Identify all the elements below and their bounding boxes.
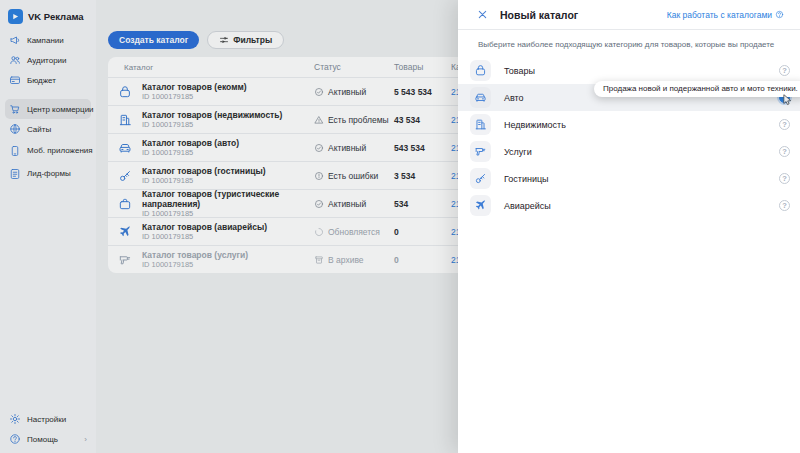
question-circle-icon[interactable]: ? <box>779 200 790 211</box>
building-icon <box>470 114 491 135</box>
modal-dim-overlay <box>0 0 458 453</box>
mouse-cursor-icon <box>783 92 793 110</box>
category-services[interactable]: Услуги ? <box>458 138 800 165</box>
key-icon <box>470 168 491 189</box>
category-label: Гостиницы <box>504 174 549 184</box>
category-flights[interactable]: Авиарейсы ? <box>458 192 800 219</box>
help-link-label: Как работать с каталогами <box>667 10 772 20</box>
drill-icon <box>470 141 491 162</box>
question-circle-icon[interactable]: ? <box>779 119 790 130</box>
category-label: Авиарейсы <box>504 201 551 211</box>
plane-icon <box>470 195 491 216</box>
question-circle-icon[interactable]: ? <box>779 173 790 184</box>
category-label: Товары <box>504 66 535 76</box>
question-circle-icon[interactable]: ? <box>779 146 790 157</box>
category-hotels[interactable]: Гостиницы ? <box>458 165 800 192</box>
vk-ads-app: VK Реклама Кампании Аудитории Бюджет Цен… <box>0 0 800 453</box>
category-realty[interactable]: Недвижимость ? <box>458 111 800 138</box>
question-circle-icon <box>775 10 784 19</box>
help-link[interactable]: Как работать с каталогами <box>667 10 784 20</box>
panel-header: Новый каталог Как работать с каталогами <box>458 0 800 30</box>
bag-icon <box>470 60 491 81</box>
car-icon <box>470 87 491 108</box>
category-label: Авто <box>504 93 524 103</box>
category-label: Услуги <box>504 147 532 157</box>
panel-description: Выберите наиболее подходящую категорию д… <box>458 30 800 57</box>
category-label: Недвижимость <box>504 120 566 130</box>
auto-category-tooltip: Продажа новой и подержанной авто и мото … <box>594 81 800 97</box>
category-goods[interactable]: Товары ? <box>458 57 800 84</box>
panel-title: Новый каталог <box>500 9 578 21</box>
question-circle-icon[interactable]: ? <box>779 65 790 76</box>
close-icon[interactable] <box>477 9 488 20</box>
new-catalog-panel: Новый каталог Как работать с каталогами … <box>458 0 800 453</box>
